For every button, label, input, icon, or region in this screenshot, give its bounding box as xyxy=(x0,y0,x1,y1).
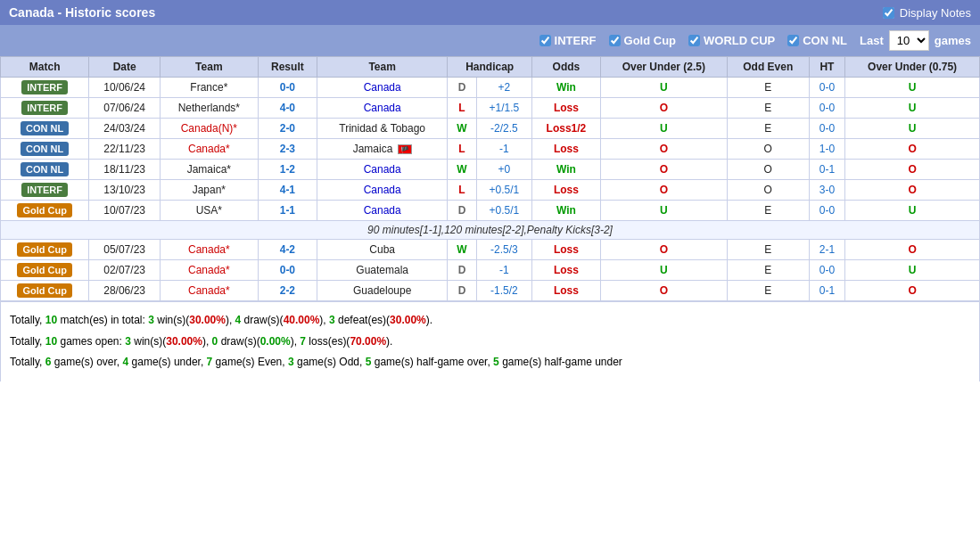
match-date: 07/06/24 xyxy=(89,98,161,119)
filter-con-nl-checkbox[interactable] xyxy=(787,35,799,46)
ht-result: 2-1 xyxy=(809,240,844,260)
col-date: Date xyxy=(89,57,161,78)
over-under-25: O xyxy=(600,240,727,260)
team-away[interactable]: Canada xyxy=(317,78,448,98)
over-under-075: U xyxy=(845,119,980,139)
table-row: Gold Cup10/07/23USA*1-1CanadaD+0.5/1WinU… xyxy=(1,201,980,221)
match-outcome: L xyxy=(448,180,476,201)
team-home[interactable]: Japan* xyxy=(160,180,258,201)
filter-world-cup[interactable]: WORLD CUP xyxy=(688,34,775,47)
odd-even: E xyxy=(727,281,809,301)
col-over-under-25: Over Under (2.5) xyxy=(600,57,727,78)
match-result[interactable]: 4-0 xyxy=(258,98,317,119)
note-row: 90 minutes[1-1],120 minutes[2-2],Penalty… xyxy=(1,221,980,240)
match-outcome: W xyxy=(448,119,476,139)
summary-line1: Totally, 10 match(es) in total: 3 win(s)… xyxy=(10,311,970,331)
team-away[interactable]: Canada xyxy=(317,201,448,221)
ht-result: 0-0 xyxy=(809,260,844,281)
filter-con-nl-label: CON NL xyxy=(803,34,847,47)
filter-gold-cup-checkbox[interactable] xyxy=(609,35,621,46)
team-away[interactable]: Canada xyxy=(317,180,448,201)
col-team-home: Team xyxy=(160,57,258,78)
filter-bar: INTERF Gold Cup WORLD CUP CON NL Last 10… xyxy=(0,25,980,56)
odds: Loss xyxy=(531,180,600,201)
last-games-select[interactable]: 10 20 30 50 xyxy=(889,30,929,51)
ht-result: 0-0 xyxy=(809,119,844,139)
display-notes-checkbox[interactable] xyxy=(883,7,894,19)
over-under-25: O xyxy=(600,160,727,180)
match-outcome: D xyxy=(448,281,476,301)
games-label: games xyxy=(935,34,971,47)
match-result[interactable]: 1-2 xyxy=(258,160,317,180)
ht-result: 3-0 xyxy=(809,180,844,201)
match-result[interactable]: 0-0 xyxy=(258,78,317,98)
team-home[interactable]: Canada(N)* xyxy=(160,119,258,139)
handicap: +2 xyxy=(476,78,531,98)
team-away[interactable]: Guatemala xyxy=(317,260,448,281)
summary-section: Totally, 10 match(es) in total: 3 win(s)… xyxy=(0,301,980,381)
match-result[interactable]: 4-2 xyxy=(258,240,317,260)
over-under-25: O xyxy=(600,98,727,119)
table-row: CON NL22/11/23Canada*2-3Jamaica 🏴L-1Loss… xyxy=(1,139,980,160)
match-result[interactable]: 2-3 xyxy=(258,139,317,160)
handicap: -2.5/3 xyxy=(476,240,531,260)
match-badge: CON NL xyxy=(1,119,89,139)
ht-result: 0-0 xyxy=(809,78,844,98)
col-ht: HT xyxy=(809,57,844,78)
match-badge: INTERF xyxy=(1,98,89,119)
handicap: -1.5/2 xyxy=(476,281,531,301)
scores-table: Match Date Team Result Team Handicap Odd… xyxy=(0,56,980,301)
odd-even: E xyxy=(727,98,809,119)
last-games-control: Last 10 20 30 50 games xyxy=(860,30,971,51)
filter-interf-checkbox[interactable] xyxy=(539,35,551,46)
table-row: Gold Cup02/07/23Canada*0-0GuatemalaD-1Lo… xyxy=(1,260,980,281)
team-home[interactable]: Canada* xyxy=(160,240,258,260)
team-away[interactable]: Jamaica 🏴 xyxy=(317,139,448,160)
match-result[interactable]: 4-1 xyxy=(258,180,317,201)
team-home[interactable]: Jamaica* xyxy=(160,160,258,180)
team-home[interactable]: Canada* xyxy=(160,260,258,281)
over-under-25: O xyxy=(600,180,727,201)
team-home[interactable]: Canada* xyxy=(160,281,258,301)
filter-con-nl[interactable]: CON NL xyxy=(787,34,847,47)
filter-interf[interactable]: INTERF xyxy=(539,34,597,47)
match-result[interactable]: 2-2 xyxy=(258,281,317,301)
team-home[interactable]: Netherlands* xyxy=(160,98,258,119)
handicap: -2/2.5 xyxy=(476,119,531,139)
match-outcome: W xyxy=(448,240,476,260)
team-home[interactable]: USA* xyxy=(160,201,258,221)
team-away[interactable]: Guadeloupe xyxy=(317,281,448,301)
team-away[interactable]: Canada xyxy=(317,160,448,180)
table-row: CON NL18/11/23Jamaica*1-2CanadaW+0WinOO0… xyxy=(1,160,980,180)
match-badge: Gold Cup xyxy=(1,201,89,221)
over-under-075: O xyxy=(845,240,980,260)
display-notes-label: Display Notes xyxy=(900,6,971,20)
ht-result: 0-1 xyxy=(809,281,844,301)
team-away[interactable]: Cuba xyxy=(317,240,448,260)
team-home[interactable]: Canada* xyxy=(160,139,258,160)
filter-world-cup-checkbox[interactable] xyxy=(688,35,700,46)
filter-gold-cup[interactable]: Gold Cup xyxy=(609,34,677,47)
ht-result: 0-0 xyxy=(809,201,844,221)
match-outcome: W xyxy=(448,160,476,180)
match-badge: Gold Cup xyxy=(1,240,89,260)
display-notes-control[interactable]: Display Notes xyxy=(883,6,971,20)
team-away[interactable]: Trinidad & Tobago xyxy=(317,119,448,139)
match-date: 02/07/23 xyxy=(89,260,161,281)
odd-even: E xyxy=(727,201,809,221)
summary-line3: Totally, 6 game(s) over, 4 game(s) under… xyxy=(10,353,970,373)
odd-even: O xyxy=(727,139,809,160)
handicap: +0 xyxy=(476,160,531,180)
odds: Win xyxy=(531,201,600,221)
match-result[interactable]: 1-1 xyxy=(258,201,317,221)
odds: Win xyxy=(531,160,600,180)
over-under-25: O xyxy=(600,281,727,301)
table-row: INTERF07/06/24Netherlands*4-0CanadaL+1/1… xyxy=(1,98,980,119)
table-row: Gold Cup28/06/23Canada*2-2GuadeloupeD-1.… xyxy=(1,281,980,301)
team-home[interactable]: France* xyxy=(160,78,258,98)
match-result[interactable]: 0-0 xyxy=(258,260,317,281)
odd-even: E xyxy=(727,260,809,281)
team-away[interactable]: Canada xyxy=(317,98,448,119)
match-result[interactable]: 2-0 xyxy=(258,119,317,139)
match-date: 13/10/23 xyxy=(89,180,161,201)
